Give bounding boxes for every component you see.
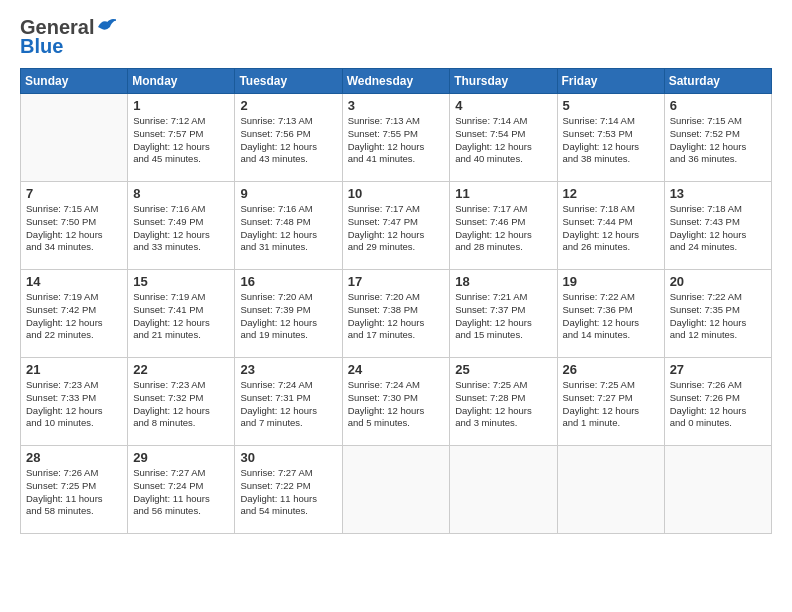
day-info: Sunrise: 7:17 AMSunset: 7:46 PMDaylight:… xyxy=(455,203,551,254)
day-number: 1 xyxy=(133,98,229,113)
day-info: Sunrise: 7:23 AMSunset: 7:33 PMDaylight:… xyxy=(26,379,122,430)
day-info: Sunrise: 7:16 AMSunset: 7:48 PMDaylight:… xyxy=(240,203,336,254)
calendar-cell: 15Sunrise: 7:19 AMSunset: 7:41 PMDayligh… xyxy=(128,270,235,358)
calendar-cell: 25Sunrise: 7:25 AMSunset: 7:28 PMDayligh… xyxy=(450,358,557,446)
day-number: 21 xyxy=(26,362,122,377)
day-number: 29 xyxy=(133,450,229,465)
day-info: Sunrise: 7:15 AMSunset: 7:50 PMDaylight:… xyxy=(26,203,122,254)
calendar-cell: 16Sunrise: 7:20 AMSunset: 7:39 PMDayligh… xyxy=(235,270,342,358)
calendar-cell: 1Sunrise: 7:12 AMSunset: 7:57 PMDaylight… xyxy=(128,94,235,182)
day-number: 6 xyxy=(670,98,766,113)
day-number: 20 xyxy=(670,274,766,289)
day-number: 15 xyxy=(133,274,229,289)
calendar-cell: 2Sunrise: 7:13 AMSunset: 7:56 PMDaylight… xyxy=(235,94,342,182)
day-number: 27 xyxy=(670,362,766,377)
logo-bird-icon xyxy=(96,17,118,35)
weekday-header-saturday: Saturday xyxy=(664,69,771,94)
calendar-cell: 13Sunrise: 7:18 AMSunset: 7:43 PMDayligh… xyxy=(664,182,771,270)
day-info: Sunrise: 7:20 AMSunset: 7:38 PMDaylight:… xyxy=(348,291,445,342)
calendar-cell: 18Sunrise: 7:21 AMSunset: 7:37 PMDayligh… xyxy=(450,270,557,358)
day-number: 8 xyxy=(133,186,229,201)
day-number: 17 xyxy=(348,274,445,289)
calendar-cell: 24Sunrise: 7:24 AMSunset: 7:30 PMDayligh… xyxy=(342,358,450,446)
calendar-cell: 19Sunrise: 7:22 AMSunset: 7:36 PMDayligh… xyxy=(557,270,664,358)
calendar-cell: 22Sunrise: 7:23 AMSunset: 7:32 PMDayligh… xyxy=(128,358,235,446)
calendar-cell xyxy=(21,94,128,182)
calendar-cell: 9Sunrise: 7:16 AMSunset: 7:48 PMDaylight… xyxy=(235,182,342,270)
day-number: 7 xyxy=(26,186,122,201)
day-info: Sunrise: 7:21 AMSunset: 7:37 PMDaylight:… xyxy=(455,291,551,342)
calendar-cell xyxy=(557,446,664,534)
day-number: 28 xyxy=(26,450,122,465)
day-info: Sunrise: 7:14 AMSunset: 7:54 PMDaylight:… xyxy=(455,115,551,166)
logo-blue-text: Blue xyxy=(20,35,63,58)
calendar-cell: 11Sunrise: 7:17 AMSunset: 7:46 PMDayligh… xyxy=(450,182,557,270)
day-number: 10 xyxy=(348,186,445,201)
day-info: Sunrise: 7:25 AMSunset: 7:28 PMDaylight:… xyxy=(455,379,551,430)
page-header: General Blue xyxy=(20,16,772,58)
day-number: 12 xyxy=(563,186,659,201)
day-info: Sunrise: 7:22 AMSunset: 7:35 PMDaylight:… xyxy=(670,291,766,342)
day-number: 23 xyxy=(240,362,336,377)
day-number: 3 xyxy=(348,98,445,113)
day-number: 13 xyxy=(670,186,766,201)
day-number: 2 xyxy=(240,98,336,113)
day-info: Sunrise: 7:18 AMSunset: 7:44 PMDaylight:… xyxy=(563,203,659,254)
day-info: Sunrise: 7:26 AMSunset: 7:25 PMDaylight:… xyxy=(26,467,122,518)
weekday-header-wednesday: Wednesday xyxy=(342,69,450,94)
day-info: Sunrise: 7:19 AMSunset: 7:41 PMDaylight:… xyxy=(133,291,229,342)
calendar-week-row: 1Sunrise: 7:12 AMSunset: 7:57 PMDaylight… xyxy=(21,94,772,182)
calendar-cell: 3Sunrise: 7:13 AMSunset: 7:55 PMDaylight… xyxy=(342,94,450,182)
weekday-header-thursday: Thursday xyxy=(450,69,557,94)
logo: General Blue xyxy=(20,16,118,58)
calendar-cell: 28Sunrise: 7:26 AMSunset: 7:25 PMDayligh… xyxy=(21,446,128,534)
weekday-header-monday: Monday xyxy=(128,69,235,94)
calendar-cell xyxy=(450,446,557,534)
day-number: 5 xyxy=(563,98,659,113)
calendar-cell: 29Sunrise: 7:27 AMSunset: 7:24 PMDayligh… xyxy=(128,446,235,534)
weekday-header-row: SundayMondayTuesdayWednesdayThursdayFrid… xyxy=(21,69,772,94)
calendar-cell xyxy=(342,446,450,534)
calendar-cell: 23Sunrise: 7:24 AMSunset: 7:31 PMDayligh… xyxy=(235,358,342,446)
calendar-cell: 5Sunrise: 7:14 AMSunset: 7:53 PMDaylight… xyxy=(557,94,664,182)
day-info: Sunrise: 7:16 AMSunset: 7:49 PMDaylight:… xyxy=(133,203,229,254)
day-number: 14 xyxy=(26,274,122,289)
calendar-cell: 27Sunrise: 7:26 AMSunset: 7:26 PMDayligh… xyxy=(664,358,771,446)
day-number: 9 xyxy=(240,186,336,201)
day-number: 30 xyxy=(240,450,336,465)
day-info: Sunrise: 7:25 AMSunset: 7:27 PMDaylight:… xyxy=(563,379,659,430)
day-info: Sunrise: 7:15 AMSunset: 7:52 PMDaylight:… xyxy=(670,115,766,166)
day-info: Sunrise: 7:27 AMSunset: 7:24 PMDaylight:… xyxy=(133,467,229,518)
calendar-week-row: 21Sunrise: 7:23 AMSunset: 7:33 PMDayligh… xyxy=(21,358,772,446)
day-number: 25 xyxy=(455,362,551,377)
calendar-cell: 6Sunrise: 7:15 AMSunset: 7:52 PMDaylight… xyxy=(664,94,771,182)
day-info: Sunrise: 7:12 AMSunset: 7:57 PMDaylight:… xyxy=(133,115,229,166)
calendar-cell: 12Sunrise: 7:18 AMSunset: 7:44 PMDayligh… xyxy=(557,182,664,270)
day-info: Sunrise: 7:26 AMSunset: 7:26 PMDaylight:… xyxy=(670,379,766,430)
calendar-cell: 7Sunrise: 7:15 AMSunset: 7:50 PMDaylight… xyxy=(21,182,128,270)
calendar-cell: 8Sunrise: 7:16 AMSunset: 7:49 PMDaylight… xyxy=(128,182,235,270)
calendar-cell xyxy=(664,446,771,534)
calendar-cell: 20Sunrise: 7:22 AMSunset: 7:35 PMDayligh… xyxy=(664,270,771,358)
calendar-week-row: 14Sunrise: 7:19 AMSunset: 7:42 PMDayligh… xyxy=(21,270,772,358)
day-info: Sunrise: 7:20 AMSunset: 7:39 PMDaylight:… xyxy=(240,291,336,342)
calendar-cell: 30Sunrise: 7:27 AMSunset: 7:22 PMDayligh… xyxy=(235,446,342,534)
calendar-week-row: 28Sunrise: 7:26 AMSunset: 7:25 PMDayligh… xyxy=(21,446,772,534)
day-info: Sunrise: 7:13 AMSunset: 7:56 PMDaylight:… xyxy=(240,115,336,166)
day-number: 24 xyxy=(348,362,445,377)
calendar-cell: 4Sunrise: 7:14 AMSunset: 7:54 PMDaylight… xyxy=(450,94,557,182)
calendar-cell: 10Sunrise: 7:17 AMSunset: 7:47 PMDayligh… xyxy=(342,182,450,270)
calendar-cell: 14Sunrise: 7:19 AMSunset: 7:42 PMDayligh… xyxy=(21,270,128,358)
calendar-table: SundayMondayTuesdayWednesdayThursdayFrid… xyxy=(20,68,772,534)
calendar-cell: 26Sunrise: 7:25 AMSunset: 7:27 PMDayligh… xyxy=(557,358,664,446)
day-number: 18 xyxy=(455,274,551,289)
day-info: Sunrise: 7:13 AMSunset: 7:55 PMDaylight:… xyxy=(348,115,445,166)
day-info: Sunrise: 7:27 AMSunset: 7:22 PMDaylight:… xyxy=(240,467,336,518)
day-number: 19 xyxy=(563,274,659,289)
calendar-cell: 21Sunrise: 7:23 AMSunset: 7:33 PMDayligh… xyxy=(21,358,128,446)
weekday-header-friday: Friday xyxy=(557,69,664,94)
weekday-header-sunday: Sunday xyxy=(21,69,128,94)
day-info: Sunrise: 7:24 AMSunset: 7:31 PMDaylight:… xyxy=(240,379,336,430)
day-info: Sunrise: 7:22 AMSunset: 7:36 PMDaylight:… xyxy=(563,291,659,342)
calendar-cell: 17Sunrise: 7:20 AMSunset: 7:38 PMDayligh… xyxy=(342,270,450,358)
